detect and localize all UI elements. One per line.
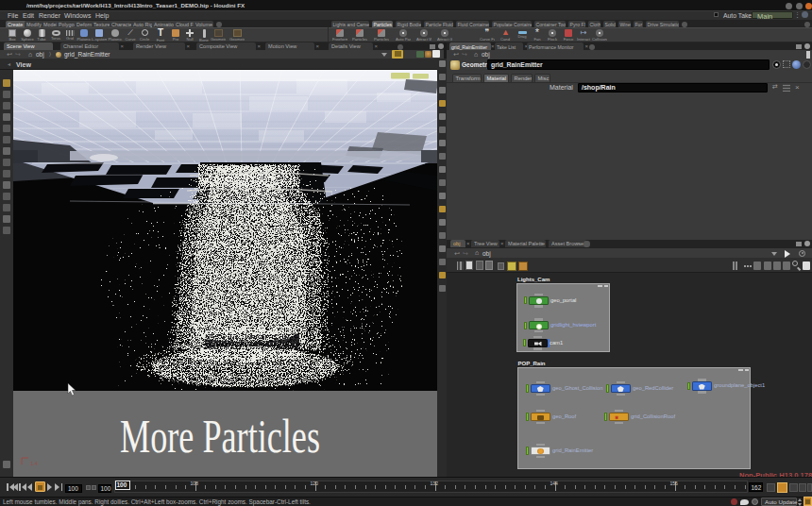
svg-text:1.4: 1.4 xyxy=(30,461,38,466)
svg-text:More Particles: More Particles xyxy=(120,410,320,463)
